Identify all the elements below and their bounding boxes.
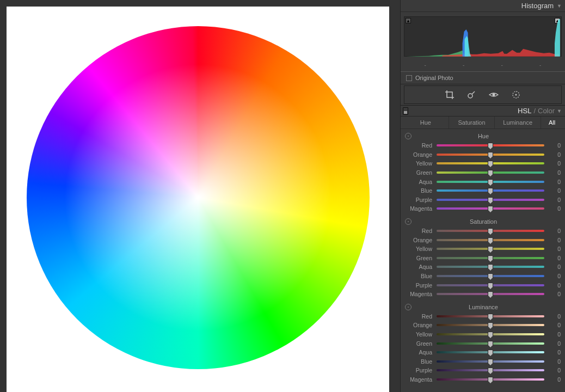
value[interactable]: 0 (545, 273, 561, 279)
value[interactable]: 0 (545, 142, 561, 149)
sat-green-slider[interactable] (437, 257, 544, 259)
tab-luminance[interactable]: Luminance (495, 117, 541, 128)
hue-orange-slider[interactable] (437, 154, 544, 156)
hsl-panel-header[interactable]: HSL / Color ▼ (401, 105, 565, 117)
hue-yellow-slider[interactable] (437, 162, 544, 164)
lum-purple-slider[interactable] (437, 369, 544, 371)
hsl-title-color[interactable]: Color (538, 107, 555, 115)
value[interactable]: 0 (545, 197, 561, 203)
sat-orange-slider[interactable] (437, 239, 544, 241)
image-viewer[interactable] (0, 0, 400, 392)
value[interactable]: 0 (545, 322, 561, 328)
lum-orange-slider[interactable] (437, 324, 544, 326)
slider-handle[interactable] (488, 161, 493, 166)
hue-section-title: Hue (412, 133, 561, 139)
value[interactable]: 0 (545, 264, 561, 270)
label: Aqua (405, 179, 435, 185)
sat-red-slider[interactable] (437, 230, 544, 232)
hue-blue-slider[interactable] (437, 189, 544, 192)
slider-handle[interactable] (488, 341, 493, 346)
slider-handle[interactable] (488, 314, 493, 319)
slider-handle[interactable] (488, 237, 493, 243)
targeted-adjustment-tool[interactable] (405, 304, 412, 310)
histogram-display[interactable] (404, 16, 562, 57)
slider-handle[interactable] (488, 350, 493, 355)
lum-aqua-slider[interactable] (437, 351, 544, 353)
value[interactable]: 0 (545, 331, 561, 338)
sat-aqua-slider[interactable] (437, 266, 544, 268)
slider-handle[interactable] (488, 255, 493, 261)
slider-handle[interactable] (488, 332, 493, 337)
lum-blue-slider[interactable] (437, 360, 544, 363)
slider-handle[interactable] (488, 143, 493, 148)
original-photo-toggle[interactable]: Original Photo (401, 71, 565, 84)
slider-handle[interactable] (488, 246, 493, 252)
slider-handle[interactable] (488, 188, 493, 193)
hue-green-slider[interactable] (437, 171, 544, 174)
slider-handle[interactable] (488, 322, 493, 328)
value[interactable]: 0 (545, 179, 561, 185)
sat-red-row: Red0 (401, 226, 565, 236)
checkbox-icon[interactable] (406, 75, 412, 81)
value[interactable]: 0 (545, 246, 561, 252)
value[interactable]: 0 (545, 228, 561, 234)
targeted-adjustment-tool[interactable] (405, 218, 412, 225)
slider-handle[interactable] (488, 359, 493, 364)
value[interactable]: 0 (545, 291, 561, 297)
saturation-section: Saturation Red0 Orange0 Yellow0 Green0 A… (401, 215, 565, 300)
histogram-panel-header[interactable]: Histogram ▼ (401, 0, 565, 12)
targeted-adjustment-tool[interactable] (405, 133, 412, 139)
collapse-icon[interactable]: ▼ (557, 108, 562, 114)
slider-handle[interactable] (488, 291, 493, 297)
slider-handle[interactable] (488, 283, 493, 288)
crop-tool-icon[interactable] (445, 90, 455, 100)
slider-handle[interactable] (488, 228, 493, 234)
value[interactable]: 0 (545, 349, 561, 356)
slider-handle[interactable] (488, 179, 493, 185)
slider-handle[interactable] (488, 264, 493, 270)
value[interactable]: 0 (545, 237, 561, 243)
tab-all[interactable]: All (541, 117, 563, 128)
value[interactable]: 0 (545, 169, 561, 176)
lum-yellow-slider[interactable] (437, 333, 544, 335)
sat-purple-slider[interactable] (437, 284, 544, 286)
hue-red-slider[interactable] (437, 144, 544, 146)
label: Purple (405, 282, 435, 289)
label: Red (405, 313, 435, 320)
value[interactable]: 0 (545, 367, 561, 373)
value[interactable]: 0 (545, 376, 561, 383)
lum-green-slider[interactable] (437, 342, 544, 345)
panel-switch[interactable] (403, 107, 408, 115)
value[interactable]: 0 (545, 313, 561, 320)
collapse-icon[interactable]: ▼ (557, 3, 562, 9)
slider-handle[interactable] (488, 152, 493, 157)
hue-magenta-slider[interactable] (437, 207, 544, 210)
sat-yellow-slider[interactable] (437, 248, 544, 250)
slider-handle[interactable] (488, 197, 493, 203)
hue-purple-slider[interactable] (437, 199, 544, 201)
tab-hue[interactable]: Hue (403, 117, 449, 128)
sat-magenta-slider[interactable] (437, 293, 544, 295)
sat-blue-slider[interactable] (437, 275, 544, 277)
value[interactable]: 0 (545, 358, 561, 365)
value[interactable]: 0 (545, 255, 561, 261)
value[interactable]: 0 (545, 340, 561, 347)
lum-red-slider[interactable] (437, 315, 544, 317)
value[interactable]: 0 (545, 160, 561, 167)
slider-handle[interactable] (488, 273, 493, 279)
slider-handle[interactable] (488, 367, 493, 373)
lum-magenta-slider[interactable] (437, 378, 544, 381)
redeye-tool-icon[interactable] (488, 90, 499, 100)
radial-filter-icon[interactable] (511, 90, 521, 100)
tab-saturation[interactable]: Saturation (449, 117, 495, 128)
hue-aqua-slider[interactable] (437, 181, 544, 183)
slider-handle[interactable] (488, 206, 493, 211)
value[interactable]: 0 (545, 282, 561, 289)
value[interactable]: 0 (545, 187, 561, 194)
value[interactable]: 0 (545, 205, 561, 212)
spot-removal-icon[interactable] (466, 90, 476, 100)
value[interactable]: 0 (545, 151, 561, 158)
slider-handle[interactable] (488, 377, 493, 382)
lum-orange-row: Orange0 (401, 321, 565, 330)
slider-handle[interactable] (488, 170, 493, 175)
